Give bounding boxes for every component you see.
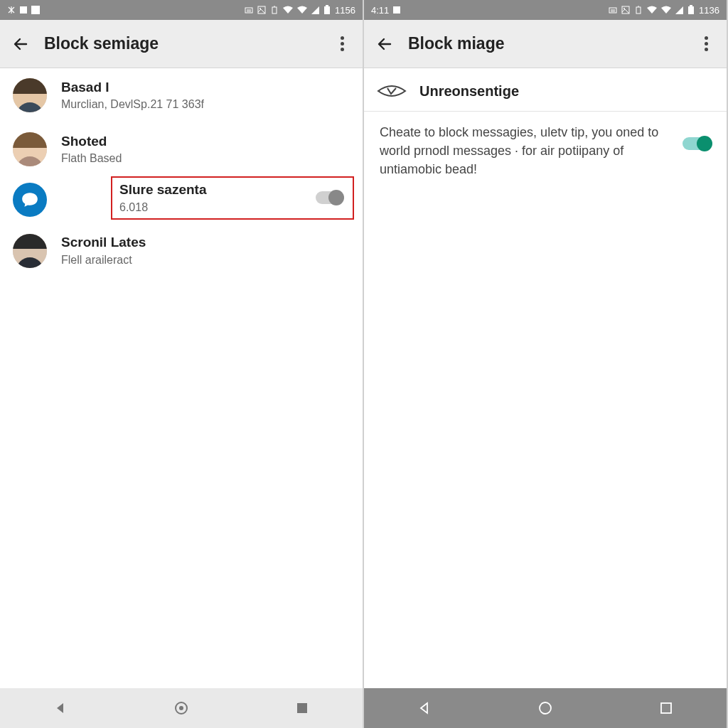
left-screenshot: 1156 Block semiage Basad I Murclian, Dev… bbox=[0, 0, 364, 728]
status-left-icons bbox=[7, 6, 40, 14]
avatar bbox=[13, 132, 47, 166]
list-item-title: Shoted bbox=[61, 134, 350, 150]
list-item-text: Scronil Lates Flell araileract bbox=[61, 235, 350, 267]
app-bar: Block semiage bbox=[0, 20, 363, 68]
photo-icon bbox=[621, 6, 630, 14]
setting-title: Unreonsentige bbox=[419, 83, 519, 100]
toggle-knob bbox=[697, 136, 712, 151]
signal-icon bbox=[675, 6, 683, 14]
nav-back-icon bbox=[417, 701, 432, 715]
eye-icon bbox=[377, 82, 410, 100]
status-icon bbox=[609, 6, 617, 14]
signal-icon bbox=[311, 6, 319, 14]
dot-icon bbox=[705, 42, 708, 46]
svg-point-7 bbox=[179, 706, 183, 710]
dot-icon bbox=[705, 48, 708, 51]
highlighted-list-item[interactable]: Slure sazenta 6.018 bbox=[111, 176, 354, 220]
battery-icon bbox=[323, 5, 331, 15]
dot-icon bbox=[341, 36, 344, 40]
setting-description: Cheate to block messagies, uletv tip, yo… bbox=[380, 123, 670, 178]
app-bar-title: Block miage bbox=[408, 34, 695, 53]
status-icon bbox=[245, 6, 253, 14]
back-arrow-icon bbox=[376, 36, 393, 53]
status-icon bbox=[31, 6, 40, 14]
nav-back-button[interactable] bbox=[43, 694, 78, 722]
photo-icon bbox=[257, 6, 266, 14]
toggle-knob bbox=[328, 190, 344, 205]
navigation-bar bbox=[0, 688, 363, 728]
list-item-title: Scronil Lates bbox=[61, 235, 350, 251]
toggle-switch-off[interactable] bbox=[316, 191, 343, 204]
svg-rect-4 bbox=[324, 6, 330, 14]
status-bar: 1156 bbox=[0, 0, 363, 20]
status-icon bbox=[393, 6, 400, 14]
battery-icon bbox=[687, 5, 695, 15]
svg-point-15 bbox=[540, 702, 551, 714]
nav-home-button[interactable] bbox=[528, 694, 563, 722]
svg-rect-16 bbox=[661, 703, 671, 713]
avatar bbox=[13, 234, 47, 268]
list-item[interactable]: Basad I Murclian, DevlSp.21 71 363f bbox=[0, 68, 363, 122]
status-time: 1136 bbox=[699, 5, 719, 16]
list-item-subtitle: Murclian, DevlSp.21 71 363f bbox=[61, 98, 350, 111]
list-item-subtitle: 6.018 bbox=[119, 201, 316, 214]
app-bar: Block miage bbox=[364, 20, 727, 68]
nav-recent-button[interactable] bbox=[284, 694, 320, 722]
list-item-text: Slure sazenta 6.018 bbox=[119, 182, 316, 214]
settings-content: Unreonsentige Cheate to block messagies,… bbox=[364, 68, 727, 688]
status-icon bbox=[20, 6, 27, 14]
message-icon-avatar bbox=[13, 183, 47, 217]
list-item[interactable]: Shoted Flath Based bbox=[0, 122, 363, 176]
back-arrow-icon bbox=[12, 36, 29, 53]
svg-rect-3 bbox=[272, 7, 277, 14]
setting-header-row[interactable]: Unreonsentige bbox=[364, 68, 727, 112]
list-item-text: Shoted Flath Based bbox=[61, 134, 350, 166]
dot-icon bbox=[705, 36, 708, 40]
svg-rect-5 bbox=[326, 5, 328, 6]
nav-recent-icon bbox=[660, 702, 673, 714]
status-icon bbox=[634, 6, 643, 14]
status-right-icons: 1156 bbox=[245, 5, 355, 16]
nav-home-icon bbox=[537, 700, 553, 716]
status-left-icons: 4:11 bbox=[371, 5, 400, 16]
nav-back-button[interactable] bbox=[407, 694, 442, 722]
list-item[interactable]: Scronil Lates Flell araileract bbox=[0, 224, 363, 278]
nav-back-icon bbox=[53, 701, 68, 715]
app-bar-title: Block semiage bbox=[44, 34, 331, 53]
list-item-subtitle: Flath Based bbox=[61, 152, 350, 165]
status-icon bbox=[270, 6, 279, 14]
dot-icon bbox=[341, 42, 344, 46]
list-item-text: Basad I Murclian, DevlSp.21 71 363f bbox=[61, 80, 350, 112]
toggle-switch-on[interactable] bbox=[682, 137, 711, 150]
dot-icon bbox=[341, 48, 344, 51]
back-button[interactable] bbox=[10, 33, 31, 55]
nav-home-icon bbox=[173, 700, 189, 716]
list-item-title: Slure sazenta bbox=[119, 182, 316, 198]
wifi-icon bbox=[661, 6, 671, 14]
svg-rect-13 bbox=[688, 6, 694, 14]
status-right-icons: 1136 bbox=[609, 5, 719, 16]
status-bar: 4:11 1136 bbox=[364, 0, 727, 20]
more-options-button[interactable] bbox=[695, 33, 717, 55]
wifi-icon bbox=[647, 6, 657, 14]
wifi-icon bbox=[283, 6, 293, 14]
nav-recent-button[interactable] bbox=[648, 694, 684, 722]
list-item-title: Basad I bbox=[61, 80, 350, 96]
message-icon bbox=[21, 191, 39, 209]
more-options-button[interactable] bbox=[331, 33, 353, 55]
avatar bbox=[13, 78, 47, 112]
list-item-subtitle: Flell araileract bbox=[61, 254, 350, 267]
navigation-bar bbox=[364, 688, 727, 728]
nav-home-button[interactable] bbox=[164, 694, 199, 722]
right-screenshot: 4:11 1136 bbox=[364, 0, 728, 728]
status-icon bbox=[7, 6, 16, 14]
nav-recent-icon bbox=[296, 702, 309, 714]
svg-rect-8 bbox=[297, 703, 307, 713]
setting-description-row: Cheate to block messagies, uletv tip, yo… bbox=[364, 112, 727, 186]
back-button[interactable] bbox=[374, 33, 395, 55]
wifi-icon bbox=[297, 6, 307, 14]
status-time-left: 4:11 bbox=[371, 5, 389, 16]
svg-rect-14 bbox=[690, 5, 692, 6]
svg-rect-12 bbox=[636, 7, 641, 14]
status-time: 1156 bbox=[335, 5, 355, 16]
